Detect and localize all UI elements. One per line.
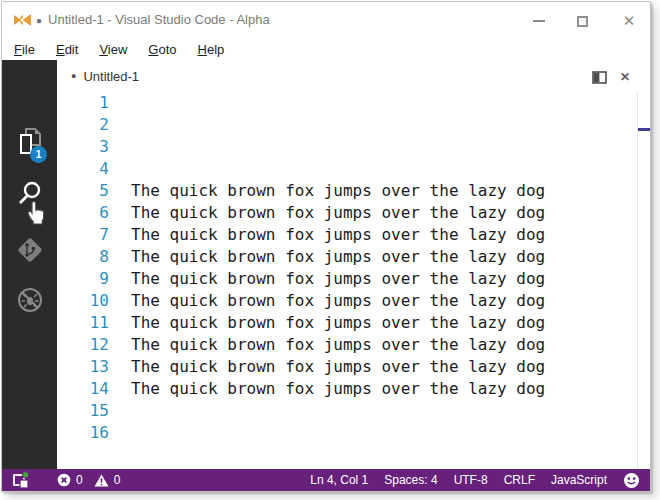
line-number: 10 — [57, 290, 119, 312]
eol-indicator[interactable]: CRLF — [504, 473, 535, 487]
minimize-button[interactable] — [528, 10, 550, 32]
editor-group: ● Untitled-1 ✕ 1 2 3 4 5The quick brown … — [57, 60, 650, 469]
status-bar: 0 0 Ln 4, Col 1 Spaces: 4 UTF-8 CRLF Jav… — [2, 469, 650, 491]
tab-dirty-indicator: ● — [71, 71, 76, 81]
language-mode-indicator[interactable]: JavaScript — [551, 473, 607, 487]
editor-line[interactable]: 8The quick brown fox jumps over the lazy… — [57, 246, 637, 268]
tab-untitled-1[interactable]: ● Untitled-1 — [71, 60, 139, 92]
vscode-window: ●Untitled-1 - Visual Studio Code - Alpha… — [1, 1, 651, 492]
line-text — [119, 158, 131, 180]
menu-goto[interactable]: Goto — [148, 42, 176, 57]
activity-source-control-button[interactable] — [2, 234, 57, 270]
mouse-hand-pointer-icon — [26, 200, 47, 230]
code-editor[interactable]: 1 2 3 4 5The quick brown fox jumps over … — [57, 92, 637, 469]
menu-edit[interactable]: Edit — [56, 42, 78, 57]
line-text: The quick brown fox jumps over the lazy … — [119, 180, 545, 202]
no-bug-debug-icon — [16, 286, 44, 318]
editor-line[interactable]: 10The quick brown fox jumps over the laz… — [57, 290, 637, 312]
close-window-button[interactable]: ✕ — [618, 10, 640, 32]
editor-line[interactable]: 15 — [57, 400, 637, 422]
line-text: The quick brown fox jumps over the lazy … — [119, 312, 545, 334]
line-text — [119, 136, 131, 158]
editor-line[interactable]: 2 — [57, 114, 637, 136]
line-text: The quick brown fox jumps over the lazy … — [119, 356, 545, 378]
line-number: 13 — [57, 356, 119, 378]
window-title: ●Untitled-1 - Visual Studio Code - Alpha — [36, 12, 270, 27]
editor-line[interactable]: 1 — [57, 92, 637, 114]
line-text: The quick brown fox jumps over the lazy … — [119, 246, 545, 268]
menu-bar: File Edit View Goto Help — [2, 38, 650, 60]
feedback-smiley-button[interactable] — [623, 472, 640, 489]
line-number: 6 — [57, 202, 119, 224]
line-number: 12 — [57, 334, 119, 356]
tab-bar: ● Untitled-1 ✕ — [57, 60, 650, 92]
error-count: 0 — [76, 473, 83, 487]
line-number: 8 — [57, 246, 119, 268]
activity-bar: 1 — [2, 60, 57, 469]
warning-icon — [94, 474, 109, 487]
line-text — [119, 92, 131, 114]
update-available-icon — [12, 471, 31, 490]
line-text: The quick brown fox jumps over the lazy … — [119, 268, 545, 290]
editor-line[interactable]: 3 — [57, 136, 637, 158]
split-editor-icon — [592, 71, 607, 84]
line-text — [119, 114, 131, 136]
line-text — [119, 400, 131, 422]
editor-line[interactable]: 16 — [57, 422, 637, 444]
title-dirty-indicator: ● — [36, 15, 42, 26]
indentation-indicator[interactable]: Spaces: 4 — [384, 473, 437, 487]
feedback-smiley-icon — [623, 472, 640, 489]
editor-line[interactable]: 7The quick brown fox jumps over the lazy… — [57, 224, 637, 246]
minimize-icon — [533, 20, 545, 22]
editor-line[interactable]: 9The quick brown fox jumps over the lazy… — [57, 268, 637, 290]
cursor-position-indicator[interactable]: Ln 4, Col 1 — [310, 473, 368, 487]
editor-scrollbar[interactable] — [637, 92, 650, 469]
line-number: 16 — [57, 422, 119, 444]
source-control-git-icon — [15, 235, 45, 269]
line-number: 14 — [57, 378, 119, 400]
title-bar: ●Untitled-1 - Visual Studio Code - Alpha… — [2, 2, 650, 38]
activity-debug-button[interactable] — [2, 284, 57, 320]
line-text: The quick brown fox jumps over the lazy … — [119, 290, 545, 312]
line-number: 7 — [57, 224, 119, 246]
tab-label: Untitled-1 — [83, 69, 139, 84]
line-text: The quick brown fox jumps over the lazy … — [119, 224, 545, 246]
warning-count: 0 — [114, 473, 121, 487]
line-number: 3 — [57, 136, 119, 158]
editor-line[interactable]: 5The quick brown fox jumps over the lazy… — [57, 180, 637, 202]
line-text: The quick brown fox jumps over the lazy … — [119, 202, 545, 224]
editor-line[interactable]: 12The quick brown fox jumps over the laz… — [57, 334, 637, 356]
menu-view[interactable]: View — [99, 42, 127, 57]
line-number: 15 — [57, 400, 119, 422]
line-number: 9 — [57, 268, 119, 290]
editor-line[interactable]: 4 — [57, 158, 637, 180]
line-number: 2 — [57, 114, 119, 136]
editor-line[interactable]: 13The quick brown fox jumps over the laz… — [57, 356, 637, 378]
menu-help[interactable]: Help — [198, 42, 225, 57]
editor-line[interactable]: 11The quick brown fox jumps over the laz… — [57, 312, 637, 334]
error-icon — [57, 473, 71, 487]
line-number: 1 — [57, 92, 119, 114]
encoding-indicator[interactable]: UTF-8 — [454, 473, 488, 487]
line-text: The quick brown fox jumps over the lazy … — [119, 378, 545, 400]
close-tab-button[interactable]: ✕ — [616, 68, 634, 86]
problems-indicator[interactable]: 0 0 — [57, 473, 126, 487]
editor-line[interactable]: 14The quick brown fox jumps over the laz… — [57, 378, 637, 400]
maximize-icon — [577, 16, 588, 27]
visual-studio-logo-icon — [14, 12, 31, 32]
editor-line[interactable]: 6The quick brown fox jumps over the lazy… — [57, 202, 637, 224]
update-available-button[interactable] — [12, 471, 31, 490]
line-text — [119, 422, 131, 444]
split-editor-button[interactable] — [590, 68, 608, 86]
overview-ruler-cursor-marker — [638, 128, 650, 131]
line-number: 5 — [57, 180, 119, 202]
line-number: 11 — [57, 312, 119, 334]
line-number: 4 — [57, 158, 119, 180]
menu-file[interactable]: File — [14, 42, 35, 57]
line-text: The quick brown fox jumps over the lazy … — [119, 334, 545, 356]
activity-explorer-button[interactable]: 1 — [2, 124, 57, 164]
explorer-badge: 1 — [30, 146, 47, 163]
maximize-button[interactable] — [571, 10, 593, 32]
